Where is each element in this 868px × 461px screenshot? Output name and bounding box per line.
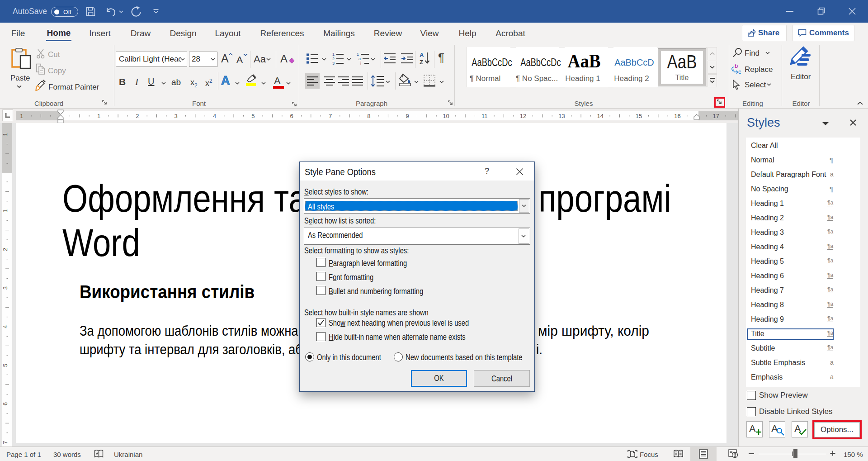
svg-text:1: 1 (20, 113, 23, 119)
svg-text:8: 8 (367, 113, 370, 119)
svg-text:3: 3 (175, 113, 178, 119)
svg-text:A: A (420, 52, 424, 58)
svg-text:10: 10 (443, 113, 449, 119)
svg-text:a: a (359, 57, 361, 61)
svg-text:i: i (360, 61, 361, 65)
svg-text:2: 2 (332, 57, 335, 61)
svg-text:c: c (738, 68, 741, 75)
svg-text:17: 17 (713, 113, 719, 119)
svg-text:3: 3 (2, 286, 9, 290)
svg-text:12: 12 (520, 113, 526, 119)
svg-text:16: 16 (674, 113, 680, 119)
svg-text:7: 7 (329, 113, 332, 119)
svg-text:13: 13 (558, 113, 565, 119)
svg-text:Z: Z (420, 59, 423, 65)
svg-text:3: 3 (332, 61, 335, 65)
svg-text:14: 14 (597, 113, 604, 119)
svg-text:1: 1 (332, 52, 335, 57)
svg-text:1: 1 (97, 113, 100, 119)
svg-text:2: 2 (2, 248, 9, 251)
svg-text:4: 4 (213, 113, 216, 119)
svg-text:6: 6 (290, 113, 293, 119)
svg-text:11: 11 (481, 113, 488, 119)
svg-text:4: 4 (2, 325, 9, 328)
svg-text:15: 15 (636, 113, 642, 119)
svg-text:9: 9 (406, 113, 409, 119)
svg-text:2: 2 (136, 113, 139, 119)
svg-text:6: 6 (2, 402, 9, 405)
svg-text:5: 5 (2, 364, 9, 367)
svg-text:1: 1 (2, 209, 9, 212)
svg-text:5: 5 (251, 113, 255, 119)
svg-text:7: 7 (2, 441, 9, 444)
svg-text:b: b (735, 63, 738, 69)
svg-text:1: 1 (357, 52, 359, 57)
svg-text:1: 1 (2, 133, 9, 136)
